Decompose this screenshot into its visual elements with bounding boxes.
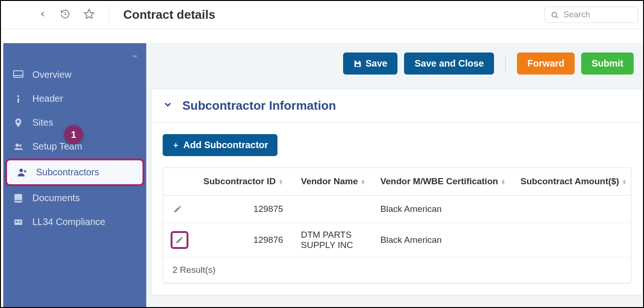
svg-marker-0 [84, 9, 94, 18]
topbar: Contract details [1, 1, 643, 29]
cell-amount [513, 195, 631, 223]
subcontractor-table: 2 Subcontractor ID▲▼ Vendor Name▲▼ Vendo… [163, 167, 631, 284]
info-icon [13, 94, 24, 104]
monitor-icon [13, 69, 24, 80]
main-content: Save Save and Close Forward Submit Subco… [146, 43, 643, 307]
id-card-icon [13, 218, 24, 227]
book-icon [13, 193, 24, 203]
edit-row-button[interactable] [171, 231, 188, 249]
topbar-nav-icons [6, 8, 95, 22]
submit-label: Submit [592, 58, 623, 69]
pin-icon [13, 118, 24, 128]
panel-header[interactable]: Subcontractor Information [151, 89, 643, 123]
sidebar-item-overview[interactable]: Overview [3, 62, 146, 87]
col-id[interactable]: Subcontractor ID▲▼ [196, 168, 293, 195]
svg-rect-18 [356, 64, 359, 66]
svg-rect-12 [15, 194, 22, 202]
sidebar-item-setup-team[interactable]: Setup Team 1 [3, 135, 146, 158]
svg-point-8 [19, 144, 22, 147]
sort-icon[interactable]: ▲▼ [278, 179, 283, 185]
sidebar-item-label: Overview [32, 69, 71, 80]
cell-cert: Black American [373, 195, 513, 223]
table-header-row: Subcontractor ID▲▼ Vendor Name▲▼ Vendor … [163, 168, 631, 195]
svg-point-1 [552, 12, 557, 17]
sort-icon[interactable]: ▲▼ [622, 179, 627, 185]
chevron-down-icon[interactable] [163, 98, 173, 113]
action-divider [505, 55, 506, 72]
sort-icon[interactable]: ▲▼ [360, 179, 365, 185]
svg-point-7 [15, 143, 19, 147]
cell-id: 129875 [196, 195, 293, 223]
save-button[interactable]: Save [343, 53, 398, 75]
saveclose-label: Save and Close [414, 58, 484, 69]
cell-amount [513, 223, 631, 257]
save-icon [353, 60, 362, 68]
add-label: Add Subcontractor [183, 140, 268, 150]
search-icon [551, 10, 559, 20]
svg-point-9 [20, 168, 23, 172]
add-subcontractor-button[interactable]: Add Subcontractor [163, 134, 277, 156]
page-title: Contract details [123, 8, 216, 22]
plus-icon [172, 142, 180, 149]
sidebar-item-ll34[interactable]: LL34 Compliance [3, 210, 146, 234]
svg-rect-6 [17, 98, 19, 103]
table-row: 129875 Black American [163, 195, 631, 223]
sidebar-item-header[interactable]: Header [3, 87, 146, 111]
pencil-icon [173, 205, 182, 213]
search-input[interactable] [563, 10, 632, 20]
sidebar-item-subcontractors[interactable]: Subcontractors [5, 158, 144, 186]
cell-cert: Black American [373, 223, 513, 257]
history-icon[interactable] [60, 9, 70, 21]
action-row: Save Save and Close Forward Submit [151, 53, 643, 75]
svg-rect-15 [15, 221, 17, 222]
topbar-divider [109, 6, 109, 24]
save-label: Save [366, 58, 388, 69]
results-row: 2 Result(s) [163, 257, 631, 283]
star-icon[interactable] [83, 8, 95, 22]
panel-body: Add Subcontractor 2 Subcontractor ID▲▼ V… [151, 123, 643, 295]
sidebar-item-label: LL34 Compliance [32, 217, 105, 227]
forward-button[interactable]: Forward [517, 53, 575, 75]
cell-vendor [293, 195, 373, 223]
results-text: 2 Result(s) [163, 257, 631, 283]
sidebar-item-documents[interactable]: Documents [3, 186, 146, 210]
sidebar-item-label: Documents [32, 193, 80, 203]
search-box[interactable] [545, 7, 638, 23]
sidebar-item-label: Sites [32, 117, 53, 128]
forward-label: Forward [527, 58, 564, 69]
table-row: 129876 DTM PARTS SUPPLY INC Black Americ… [163, 223, 631, 257]
sort-icon[interactable]: ▲▼ [501, 179, 506, 185]
user-plus-icon [16, 167, 28, 178]
col-amount[interactable]: Subcontract Amount($)▲▼ [513, 168, 631, 195]
cell-id: 129876 [196, 223, 293, 257]
pencil-icon [175, 236, 184, 244]
cell-vendor: DTM PARTS SUPPLY INC [293, 223, 373, 257]
submit-button[interactable]: Submit [581, 53, 634, 75]
save-close-button[interactable]: Save and Close [404, 53, 494, 75]
edit-row-button[interactable] [171, 202, 185, 216]
col-vendor[interactable]: Vendor Name▲▼ [293, 168, 373, 195]
sidebar-item-label: Header [32, 93, 63, 104]
col-edit [163, 168, 196, 195]
collapse-sidebar-icon[interactable] [3, 53, 146, 62]
sidebar: Overview Header Sites Setup Team 1 Subco… [3, 43, 146, 307]
svg-line-2 [556, 16, 558, 18]
col-cert[interactable]: Vendor M/WBE Certification▲▼ [373, 168, 513, 195]
svg-point-5 [17, 95, 19, 97]
back-icon[interactable] [38, 10, 47, 20]
callout-badge-1: 1 [64, 125, 83, 144]
svg-rect-19 [356, 60, 359, 62]
subcontractor-panel: Subcontractor Information Add Subcontrac… [151, 89, 643, 295]
sidebar-item-label: Subcontractors [36, 167, 99, 178]
panel-title: Subcontractor Information [182, 98, 336, 113]
group-icon [13, 142, 24, 151]
svg-rect-3 [14, 71, 23, 77]
